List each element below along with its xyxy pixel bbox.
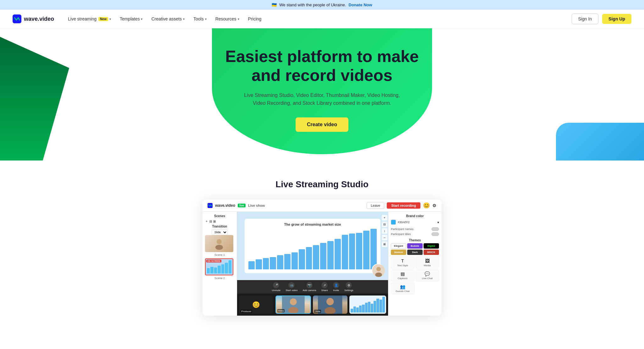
side-ctrl-4[interactable]: ↔	[382, 235, 387, 240]
transition-label: Transition	[205, 225, 234, 228]
color-picker-icon[interactable]: ▾	[437, 221, 439, 224]
start-video-label: Start video	[286, 289, 297, 292]
signup-button[interactable]: Sign Up	[602, 14, 631, 24]
scene-grid-icon[interactable]: ⊞	[213, 220, 216, 223]
nav-item-live-streaming[interactable]: Live streaming New ▾	[64, 14, 115, 24]
chevron-down-icon: ▾	[238, 17, 239, 21]
chart-bar	[256, 259, 262, 269]
text-style-icon: T	[401, 258, 404, 263]
side-ctrl-1[interactable]: +	[382, 215, 387, 221]
create-video-button[interactable]: Create video	[296, 117, 348, 132]
theme-dark-button[interactable]: Dark	[407, 250, 423, 255]
scene-options-icon[interactable]: ⊟	[209, 220, 212, 223]
participant-mary[interactable]: Mary	[275, 296, 311, 314]
nav-item-tools[interactable]: Tools ▾	[190, 14, 210, 24]
scenes-actions-row: ＋ ⊟ ⊞	[205, 219, 234, 223]
nav-item-templates[interactable]: Templates ▾	[116, 14, 147, 24]
live-chat-label: Live Chat	[422, 277, 433, 280]
scene-2-label: Scene 2	[205, 277, 234, 280]
theme-brick-button[interactable]: BRICK	[424, 250, 439, 255]
nav-item-pricing[interactable]: Pricing	[244, 14, 265, 24]
theme-digital-button[interactable]: Digital	[424, 243, 439, 249]
chevron-down-icon: ▾	[141, 17, 142, 21]
right-icons-grid: T Text Style 🖼 Media ▤ Captions 💬	[391, 257, 439, 294]
mini-chart-bar	[368, 302, 370, 312]
themes-title: Themes	[391, 239, 439, 242]
invite-label: Invite	[333, 289, 339, 292]
svg-point-8	[290, 298, 297, 305]
guests-chat-label: Guests Chat	[396, 290, 409, 293]
invite-button[interactable]: 👤 Invite	[333, 282, 339, 292]
signin-button[interactable]: Sign In	[572, 14, 599, 24]
donate-link[interactable]: Donate Now	[349, 3, 372, 7]
studio-live-badge: live	[238, 204, 246, 207]
participant-producer[interactable]: 😊 Producer	[239, 296, 274, 314]
nav-label-creative-assets: Creative assets	[151, 16, 181, 21]
svg-point-6	[375, 273, 382, 277]
nav-item-resources[interactable]: Resources ▾	[212, 14, 243, 24]
participant-julia[interactable]: Julia	[313, 296, 347, 314]
logo[interactable]: wave.video	[13, 14, 54, 23]
add-camera-label: Add camera	[303, 289, 316, 292]
chart-bar	[335, 239, 341, 269]
color-swatch[interactable]	[391, 220, 396, 225]
participant-titles-label: Participant titles	[391, 233, 411, 236]
captions-label: Captions	[397, 277, 408, 280]
chart-title: The grow of streaming market size	[248, 222, 377, 226]
nav-links: Live streaming New ▾ Templates ▾ Creativ…	[64, 14, 571, 24]
mini-chart-bars	[351, 297, 385, 312]
text-style-label: Text Style	[397, 264, 408, 267]
participant-names-toggle[interactable]	[431, 227, 439, 231]
start-recording-button[interactable]: Start recording	[387, 202, 420, 209]
side-ctrl-5[interactable]: ⊞	[382, 241, 387, 247]
captions-button[interactable]: ▤ Captions	[391, 270, 414, 281]
participant-titles-toggle[interactable]	[431, 232, 439, 236]
theme-modest-button[interactable]: Modest	[391, 250, 406, 255]
transition-select[interactable]: Slide	[212, 229, 228, 235]
brand-color-title: Brand color	[391, 214, 439, 218]
scene-1-label: Scene 1	[205, 253, 234, 256]
mini-chart-bar	[376, 299, 379, 312]
theme-bubble-button[interactable]: Bubble	[407, 243, 423, 249]
share-icon: ↗	[321, 282, 328, 288]
live-chat-button[interactable]: 💬 Live Chat	[416, 270, 439, 281]
settings-button[interactable]: ⚙ Settings	[344, 282, 353, 292]
share-label: Share	[321, 289, 328, 292]
theme-elegant-button[interactable]: Elegant	[391, 243, 406, 249]
emoji-reaction-button[interactable]: 😊	[423, 202, 430, 209]
media-button[interactable]: 🖼 Media	[416, 257, 439, 268]
settings-icon[interactable]: ⚙	[432, 203, 436, 208]
unmute-label: Unmute	[272, 289, 280, 292]
mini-chart-bar	[353, 307, 356, 312]
share-button[interactable]: ↗ Share	[321, 282, 328, 292]
side-ctrl-2[interactable]: ⊟	[382, 222, 387, 227]
add-scene-icon[interactable]: ＋	[205, 219, 208, 223]
chart-bar	[363, 231, 369, 269]
leave-button[interactable]: Leave	[367, 202, 384, 209]
studio-controls-bar: 🎤 Unmute 📹 Start video 📷 Add camera	[237, 280, 388, 294]
studio-logo-text: wave.video	[215, 203, 235, 208]
side-ctrl-3[interactable]: ↕	[382, 228, 387, 234]
guests-chat-button[interactable]: 👥 Guests Chat	[391, 283, 414, 294]
chart-bar	[342, 235, 348, 269]
banner-emoji: 🇺🇦	[272, 3, 277, 7]
add-camera-button[interactable]: 📷 Add camera	[303, 282, 316, 292]
nav-actions: Sign In Sign Up	[572, 14, 631, 24]
svg-point-2	[217, 239, 222, 244]
studio-ui: wave.video live Live show Leave Start re…	[203, 200, 441, 316]
scene-2-thumb[interactable]: ON SCREEN	[205, 258, 233, 275]
chart-bar	[270, 257, 276, 269]
scene-1-thumb[interactable]	[205, 235, 233, 252]
nav-item-creative-assets[interactable]: Creative assets ▾	[147, 14, 188, 24]
unmute-button[interactable]: 🎤 Unmute	[272, 282, 280, 292]
hero-subtitle: Live Streaming Studio, Video Editor, Thu…	[240, 91, 404, 107]
participant-titles-toggle-row: Participant titles	[391, 232, 439, 236]
chart-area: The grow of streaming market size	[245, 219, 380, 273]
text-style-button[interactable]: T Text Style	[391, 257, 414, 268]
studio-section: Live Streaming Studio wave.video live Li…	[0, 160, 644, 328]
camera-icon: 📷	[306, 282, 313, 288]
start-video-button[interactable]: 📹 Start video	[286, 282, 297, 292]
guests-chat-icon: 👥	[400, 284, 405, 289]
participant-names-label: Participant names	[391, 228, 414, 231]
mini-chart-card[interactable]	[349, 296, 386, 314]
